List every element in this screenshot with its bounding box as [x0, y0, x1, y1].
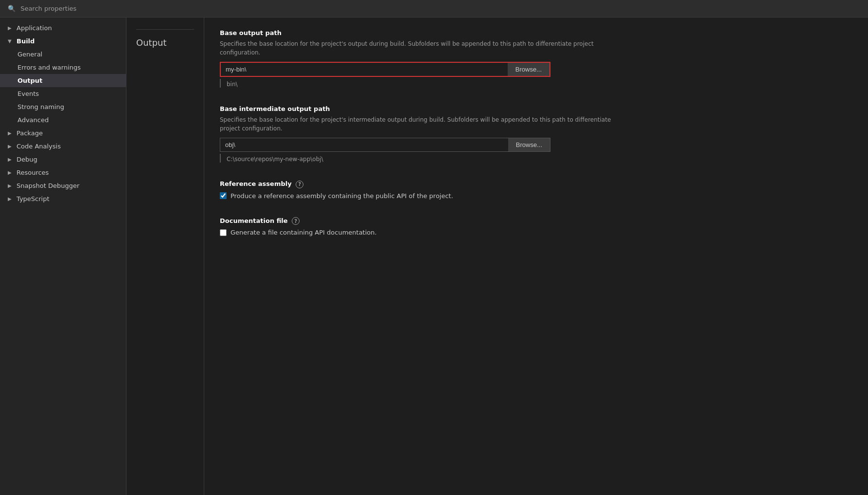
chevron-right-icon: ▶	[8, 157, 14, 162]
base-intermediate-browse-button[interactable]: Browse...	[508, 138, 550, 151]
sidebar-subitem-label: Advanced	[18, 116, 49, 124]
sidebar-item-snapshot-debugger[interactable]: ▶ Snapshot Debugger	[0, 179, 126, 192]
sidebar-item-errors-warnings[interactable]: Errors and warnings	[0, 61, 126, 74]
sidebar-item-label: Package	[17, 129, 43, 137]
sidebar-subitem-label: Events	[18, 90, 39, 97]
sidebar-item-code-analysis[interactable]: ▶ Code Analysis	[0, 140, 126, 153]
main-content: ▶ Application ▼ Build General Errors and…	[0, 18, 868, 495]
chevron-right-icon: ▶	[8, 183, 14, 188]
sidebar-item-general[interactable]: General	[0, 48, 126, 61]
sidebar-item-output[interactable]: Output	[0, 74, 126, 87]
sidebar-subitem-label: Strong naming	[18, 103, 64, 110]
sidebar-item-label: Build	[17, 37, 35, 45]
section-title-panel: Output	[126, 18, 204, 495]
sidebar-item-label: Debug	[17, 156, 37, 163]
base-intermediate-input[interactable]	[220, 138, 508, 151]
sidebar-item-package[interactable]: ▶ Package	[0, 127, 126, 140]
base-output-path-title: Base output path	[220, 29, 852, 37]
settings-panel: Base output path Specifies the base loca…	[204, 18, 868, 495]
documentation-file-help-icon[interactable]: ?	[292, 217, 300, 225]
base-output-path-group: Base output path Specifies the base loca…	[220, 29, 852, 88]
sidebar-item-build[interactable]: ▼ Build	[0, 35, 126, 48]
sidebar-item-typescript[interactable]: ▶ TypeScript	[0, 192, 126, 205]
reference-assembly-group: Reference assembly ? Produce a reference…	[220, 180, 852, 200]
base-intermediate-title: Base intermediate output path	[220, 105, 852, 112]
sidebar-item-resources[interactable]: ▶ Resources	[0, 166, 126, 179]
sidebar-item-advanced[interactable]: Advanced	[0, 113, 126, 127]
base-output-path-input-row: Browse...	[220, 62, 550, 77]
search-icon: 🔍	[8, 5, 16, 12]
documentation-file-title: Documentation file ?	[220, 217, 852, 225]
divider	[136, 29, 194, 30]
base-output-path-browse-button[interactable]: Browse...	[508, 63, 549, 76]
base-intermediate-output-path-group: Base intermediate output path Specifies …	[220, 105, 852, 163]
reference-assembly-checkbox[interactable]	[220, 192, 227, 199]
reference-assembly-title: Reference assembly ?	[220, 180, 852, 188]
base-output-path-hint: bin\	[220, 79, 550, 88]
search-bar: 🔍 Search properties	[0, 0, 868, 18]
base-output-path-input[interactable]	[221, 63, 508, 76]
base-output-path-description: Specifies the base location for the proj…	[220, 39, 619, 57]
documentation-file-group: Documentation file ? Generate a file con…	[220, 217, 852, 237]
reference-assembly-help-icon[interactable]: ?	[296, 181, 303, 188]
content-area: Output Base output path Specifies the ba…	[126, 18, 868, 495]
sidebar-subitem-label: General	[18, 51, 42, 58]
sidebar-item-debug[interactable]: ▶ Debug	[0, 153, 126, 166]
documentation-file-checkbox[interactable]	[220, 229, 227, 236]
chevron-right-icon: ▶	[8, 196, 14, 202]
chevron-right-icon: ▶	[8, 25, 14, 31]
app-container: 🔍 Search properties ▶ Application ▼ Buil…	[0, 0, 868, 495]
sidebar-item-application[interactable]: ▶ Application	[0, 21, 126, 35]
section-title: Output	[136, 37, 194, 48]
reference-assembly-checkbox-row: Produce a reference assembly containing …	[220, 192, 852, 200]
documentation-file-checkbox-row: Generate a file containing API documenta…	[220, 229, 852, 236]
reference-assembly-checkbox-label: Produce a reference assembly containing …	[230, 192, 453, 200]
base-intermediate-input-row: Browse...	[220, 138, 550, 152]
chevron-right-icon: ▶	[8, 170, 14, 175]
base-intermediate-hint: C:\source\repos\my-new-app\obj\	[220, 154, 550, 163]
sidebar-item-label: Application	[17, 24, 52, 32]
documentation-file-checkbox-label: Generate a file containing API documenta…	[230, 229, 377, 236]
sidebar-item-label: Code Analysis	[17, 143, 61, 150]
sidebar-item-strong-naming[interactable]: Strong naming	[0, 100, 126, 113]
chevron-right-icon: ▶	[8, 130, 14, 136]
sidebar: ▶ Application ▼ Build General Errors and…	[0, 18, 126, 495]
sidebar-item-events[interactable]: Events	[0, 87, 126, 100]
chevron-right-icon: ▶	[8, 144, 14, 149]
sidebar-item-label: Resources	[17, 169, 49, 176]
sidebar-item-label: Snapshot Debugger	[17, 182, 79, 189]
search-placeholder: Search properties	[20, 5, 76, 12]
chevron-down-icon: ▼	[8, 38, 14, 44]
sidebar-subitem-label: Output	[18, 77, 42, 84]
sidebar-item-label: TypeScript	[17, 195, 50, 202]
sidebar-subitem-label: Errors and warnings	[18, 64, 81, 71]
base-intermediate-description: Specifies the base location for the proj…	[220, 115, 619, 133]
